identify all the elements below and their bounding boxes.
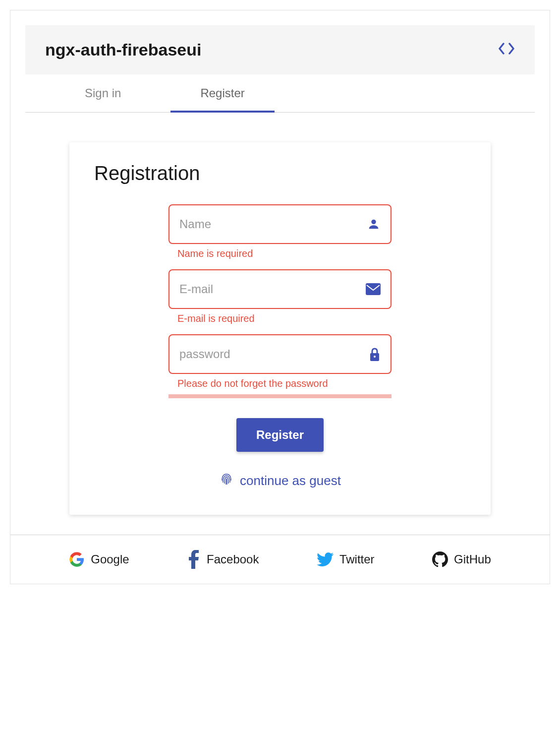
providers-bar: Google Facebook Twitter	[10, 535, 550, 584]
guest-link-label: continue as guest	[240, 473, 341, 489]
content: Registration Name is required	[10, 113, 550, 535]
provider-github-label: GitHub	[454, 552, 491, 566]
email-field-group: E-mail is required	[168, 269, 392, 324]
registration-card: Registration Name is required	[69, 142, 491, 515]
lock-icon	[369, 347, 381, 361]
email-input-wrapper	[168, 269, 392, 309]
register-button[interactable]: Register	[236, 418, 324, 452]
password-error: Please do not forget the password	[168, 378, 392, 389]
fingerprint-icon	[219, 472, 234, 490]
github-icon	[432, 551, 448, 567]
facebook-icon	[187, 550, 201, 569]
card-title: Registration	[94, 162, 466, 184]
provider-google[interactable]: Google	[69, 551, 129, 567]
tab-register[interactable]: Register	[170, 74, 274, 112]
provider-facebook[interactable]: Facebook	[187, 550, 259, 569]
registration-form: Name is required E-mail is required	[94, 204, 466, 490]
auth-container: ngx-auth-firebaseui Sign in Register Reg…	[10, 10, 550, 584]
provider-twitter-label: Twitter	[339, 552, 375, 566]
tabs: Sign in Register	[25, 74, 535, 113]
mail-icon	[366, 283, 381, 295]
provider-github[interactable]: GitHub	[432, 551, 491, 567]
password-field-group: Please do not forget the password	[168, 334, 392, 389]
header: ngx-auth-firebaseui	[25, 25, 535, 74]
provider-facebook-label: Facebook	[207, 552, 259, 566]
twitter-icon	[317, 552, 334, 566]
person-icon	[367, 217, 381, 231]
code-icon[interactable]	[498, 42, 515, 58]
header-title: ngx-auth-firebaseui	[45, 40, 201, 60]
password-strength-bar	[168, 394, 392, 398]
provider-twitter[interactable]: Twitter	[317, 552, 375, 566]
tab-signin[interactable]: Sign in	[25, 74, 170, 112]
password-input-wrapper	[168, 334, 392, 374]
guest-link[interactable]: continue as guest	[219, 472, 341, 490]
email-error: E-mail is required	[168, 313, 392, 324]
svg-rect-1	[366, 283, 381, 295]
google-icon	[69, 551, 85, 567]
name-field-group: Name is required	[168, 204, 392, 259]
name-input[interactable]	[179, 217, 367, 231]
name-input-wrapper	[168, 204, 392, 244]
svg-point-0	[371, 220, 376, 224]
password-input[interactable]	[179, 347, 369, 361]
name-error: Name is required	[168, 248, 392, 259]
provider-google-label: Google	[91, 552, 129, 566]
svg-point-3	[374, 356, 376, 358]
email-input[interactable]	[179, 282, 366, 296]
